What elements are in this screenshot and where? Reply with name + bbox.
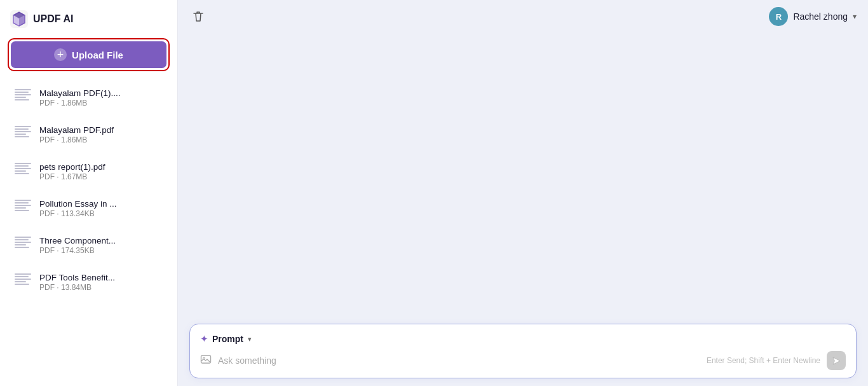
file-list: Malayalam PDF(1).... PDF · 1.86MB Malaya… [8,80,170,300]
file-info: PDF Tools Benefit... PDF · 13.84MB [39,273,115,292]
chevron-down-icon: ▾ [853,12,857,21]
file-list-item[interactable]: Three Component... PDF · 174.35KB [8,228,170,263]
chat-area: ✦ Prompt ▾ Enter Send; Shift + Enter New… [178,33,868,386]
file-meta: PDF · 1.67MB [39,172,105,181]
file-icon [13,86,33,109]
file-meta: PDF · 13.84MB [39,283,115,292]
file-icon [13,271,33,294]
user-avatar: R [769,7,788,26]
upload-button-wrapper: + Upload File [8,38,170,71]
file-icon [13,123,33,146]
delete-button[interactable] [189,8,207,25]
file-info: Malayalam PDF(1).... PDF · 1.86MB [39,88,121,107]
file-meta: PDF · 1.86MB [39,99,121,107]
user-menu[interactable]: R Rachel zhong ▾ [769,7,857,26]
file-name: Malayalam PDF(1).... [39,88,121,98]
file-meta: PDF · 174.35KB [39,246,116,255]
image-icon [200,354,212,368]
logo-area: UPDF AI [8,10,170,28]
file-info: Pollution Essay in ... PDF · 113.34KB [39,199,117,218]
send-icon [832,356,841,366]
svg-rect-5 [201,355,211,363]
prompt-chevron-icon[interactable]: ▾ [248,335,252,343]
app-title: UPDF AI [33,13,73,25]
sparkle-icon: ✦ [200,333,208,345]
file-name: Malayalam PDF.pdf [39,125,114,135]
user-name: Rachel zhong [793,11,848,22]
sidebar: UPDF AI + Upload File Malayalam PDF(1)..… [0,0,178,386]
send-button[interactable] [827,351,846,370]
file-list-item[interactable]: Malayalam PDF(1).... PDF · 1.86MB [8,80,170,116]
file-meta: PDF · 113.34KB [39,209,117,218]
upload-file-button[interactable]: + Upload File [11,41,166,68]
file-info: Three Component... PDF · 174.35KB [39,236,116,255]
file-icon [13,160,33,183]
file-name: Three Component... [39,236,116,245]
file-list-item[interactable]: Pollution Essay in ... PDF · 113.34KB [8,191,170,226]
topbar: R Rachel zhong ▾ [178,0,868,33]
file-list-item[interactable]: PDF Tools Benefit... PDF · 13.84MB [8,265,170,300]
input-top-row: ✦ Prompt ▾ [200,333,846,345]
main-content: R Rachel zhong ▾ ✦ Prompt ▾ [178,0,868,386]
input-box: ✦ Prompt ▾ Enter Send; Shift + Enter New… [189,324,857,378]
file-list-item[interactable]: Malayalam PDF.pdf PDF · 1.86MB [8,117,170,153]
prompt-label: Prompt [212,334,243,344]
upload-plus-icon: + [54,48,67,61]
file-name: Pollution Essay in ... [39,199,117,209]
trash-icon [192,10,205,23]
file-icon [13,234,33,257]
updf-logo-icon [10,10,28,28]
input-hint: Enter Send; Shift + Enter Newline [707,356,820,365]
file-meta: PDF · 1.86MB [39,135,114,144]
input-bottom-row: Enter Send; Shift + Enter Newline [200,351,846,370]
file-icon [13,197,33,220]
upload-button-label: Upload File [72,50,123,60]
ask-input[interactable] [218,355,700,366]
file-list-item[interactable]: pets report(1).pdf PDF · 1.67MB [8,154,170,190]
file-info: Malayalam PDF.pdf PDF · 1.86MB [39,125,114,144]
file-info: pets report(1).pdf PDF · 1.67MB [39,162,105,181]
file-name: PDF Tools Benefit... [39,273,115,282]
file-name: pets report(1).pdf [39,162,105,172]
